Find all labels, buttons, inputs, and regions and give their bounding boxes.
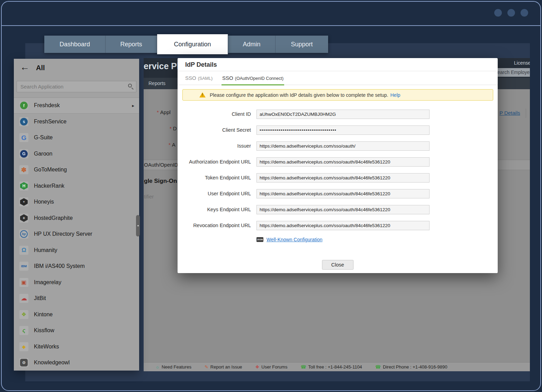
kissflow-icon: ς	[19, 326, 28, 335]
sidebar-app-hackerrank[interactable]: H HackerRank	[14, 178, 139, 194]
footer-need-features[interactable]: ☼Need Features	[155, 364, 191, 370]
sidebar-app-jitbit[interactable]: ☁ JitBit	[14, 290, 139, 307]
phone-icon: ☎	[375, 365, 381, 369]
gotomeeting-icon: ✽	[19, 165, 28, 174]
sidebar-app-ibm-as400[interactable]: IBM IBM i/AS400 System	[14, 258, 139, 274]
g-suite-icon: G	[19, 133, 28, 142]
bg-field-label: *Appl	[157, 109, 171, 115]
subtab-reports[interactable]: Reports	[148, 78, 165, 89]
modal-title: IdP Details	[178, 58, 498, 71]
footer-user-forums[interactable]: ❖User Forums	[255, 364, 288, 370]
application-search-input[interactable]	[17, 81, 136, 92]
forum-icon: ❖	[255, 365, 260, 369]
json-file-icon: JSON	[256, 237, 263, 242]
ibm-icon: IBM	[19, 262, 28, 271]
kiteworks-icon: ◆	[19, 342, 28, 351]
footer-report-issue[interactable]: ✎Report an Issue	[205, 364, 242, 370]
application-list: f Freshdesk ▸ s FreshService G G-Suite G…	[14, 97, 139, 371]
imagerelay-icon: ▣	[19, 278, 28, 287]
pencil-icon: ✎	[205, 365, 208, 369]
search-icon	[128, 84, 132, 87]
employee-search-input[interactable]: earch Employe	[497, 68, 530, 77]
tab-sso-oauth-openid[interactable]: SSO (OAuth/OpenID Connect)	[222, 75, 284, 85]
sidebar-app-garoon[interactable]: G Garoon	[14, 146, 139, 162]
idp-details-modal: IdP Details SSO (SAML) SSO (OAuth/OpenID…	[178, 58, 498, 273]
jitbit-icon: ☁	[19, 294, 28, 303]
sidebar-app-kintone[interactable]: ❖ Kintone	[14, 307, 139, 323]
warning-text: Please configure the application with Id…	[210, 92, 388, 98]
humanity-icon: Ω	[19, 246, 28, 255]
expand-arrow-icon: ▸	[132, 103, 134, 108]
sidebar-app-imagerelay[interactable]: ▣ Imagerelay	[14, 274, 139, 291]
client-secret-input[interactable]	[256, 125, 430, 135]
revocation-endpoint-input[interactable]	[256, 221, 430, 230]
user-endpoint-input[interactable]	[256, 189, 430, 198]
sidebar-app-kiteworks[interactable]: ◆ KiteWorks	[14, 339, 139, 355]
app-footer: ☼Need Features ✎Report an Issue ❖User Fo…	[144, 362, 530, 371]
freshdesk-icon: f	[19, 101, 28, 110]
warning-icon	[199, 92, 206, 97]
well-known-configuration-link[interactable]: Well-Known Configuration	[267, 237, 323, 242]
tab-reports[interactable]: Reports	[106, 36, 157, 53]
license-link[interactable]: License	[514, 60, 530, 66]
sidebar-app-humanity[interactable]: Ω Humanity	[14, 242, 139, 259]
main-nav-tabs: Dashboard Reports Configuration Admin Su…	[44, 36, 328, 53]
sidebar-app-honeyis[interactable]: ✦ Honeyis	[14, 194, 139, 210]
tab-admin[interactable]: Admin	[228, 36, 275, 53]
sidebar-app-hostedgraphite[interactable]: + HostedGraphite	[14, 210, 139, 226]
sidebar-app-hp-ux-directory-server[interactable]: hp HP UX Directory Server	[14, 226, 139, 242]
single-sign-on-heading: gle Sign-On	[144, 178, 177, 185]
field-authorization-endpoint: Authorization Endpoint URL	[178, 157, 498, 167]
field-revocation-endpoint: Revocation Endpoint URL	[178, 221, 498, 230]
sidebar-app-g-suite[interactable]: G G-Suite	[14, 130, 139, 146]
field-client-secret: Client Secret	[178, 125, 498, 135]
divider	[526, 109, 526, 118]
hackerrank-icon: H	[19, 181, 28, 190]
knowledgeowl-icon: ʘ	[19, 358, 28, 367]
field-keys-endpoint: Keys Endpoint URL	[178, 205, 498, 214]
field-issuer: Issuer	[178, 141, 498, 151]
authorization-endpoint-input[interactable]	[256, 157, 430, 167]
tab-support[interactable]: Support	[275, 36, 328, 53]
sidebar-app-knowledgeowl[interactable]: ʘ Knowledgeowl	[14, 355, 139, 371]
tab-configuration[interactable]: Configuration	[157, 34, 228, 54]
bg-field-label: *D	[170, 125, 177, 131]
issuer-input[interactable]	[256, 141, 430, 151]
sidebar-app-freshdesk[interactable]: f Freshdesk ▸	[14, 97, 139, 114]
sidebar-scroll-handle[interactable]	[136, 215, 140, 236]
field-client-id: Client ID	[178, 110, 498, 119]
window-controls	[494, 9, 528, 17]
warning-banner: Please configure the application with Id…	[182, 89, 493, 101]
idp-details-link[interactable]: P Details	[499, 110, 520, 116]
sparkle-icon: ☼	[155, 365, 160, 369]
well-known-row: JSON Well-Known Configuration	[256, 237, 323, 242]
garoon-icon: G	[19, 149, 28, 158]
modal-tabs: SSO (SAML) SSO (OAuth/OpenID Connect)	[178, 71, 498, 85]
help-link[interactable]: Help	[390, 92, 400, 98]
phone-icon: ☎	[300, 365, 306, 369]
titlebar-divider	[2, 25, 540, 26]
client-id-input[interactable]	[256, 110, 430, 119]
keys-endpoint-input[interactable]	[256, 205, 430, 214]
application-search	[17, 81, 136, 92]
window-dot	[507, 9, 515, 17]
tab-sso-saml[interactable]: SSO (SAML)	[184, 75, 213, 85]
footer-direct-phone: ☎Direct Phone : +1-408-916-9890	[375, 364, 447, 370]
hp-icon: hp	[19, 230, 28, 239]
identifier-label: tifier	[144, 194, 154, 199]
hostedgraphite-icon: +	[19, 214, 28, 223]
token-endpoint-input[interactable]	[256, 173, 430, 183]
sidebar-app-kissflow[interactable]: ς Kissflow	[14, 323, 139, 339]
sidebar-app-gotomeeting[interactable]: ✽ GoToMeeting	[14, 162, 139, 178]
field-user-endpoint: User Endpoint URL	[178, 189, 498, 198]
field-token-endpoint: Token Endpoint URL	[178, 173, 498, 183]
tab-dashboard[interactable]: Dashboard	[44, 36, 106, 53]
bg-field-label: *A	[169, 142, 175, 148]
close-button[interactable]: Close	[322, 260, 353, 270]
back-arrow-icon[interactable]: ←	[20, 62, 29, 73]
sidebar-app-freshservice[interactable]: s FreshService	[14, 114, 139, 130]
freshservice-icon: s	[19, 117, 28, 126]
kintone-icon: ❖	[19, 310, 28, 319]
window-titlebar	[0, 0, 542, 26]
sidebar-title: All	[36, 64, 45, 72]
